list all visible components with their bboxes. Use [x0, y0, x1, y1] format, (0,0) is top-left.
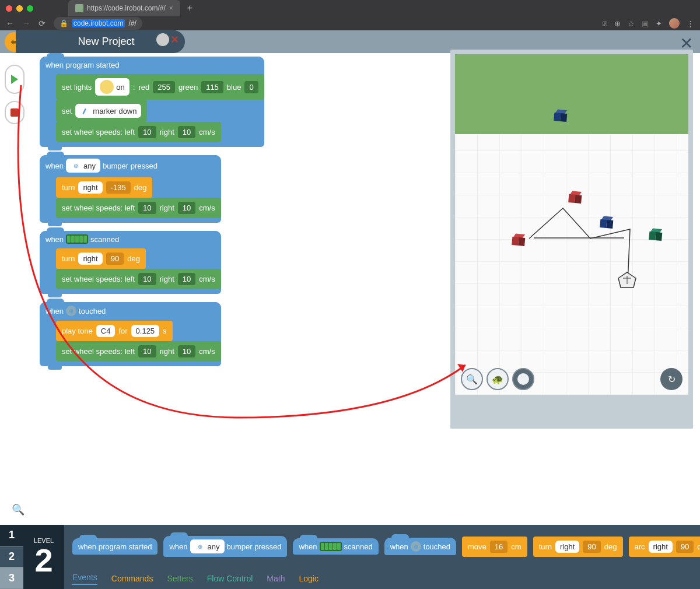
block-set-wheel-speeds[interactable]: set wheel speeds: left 10 right 10 cm/s: [56, 341, 221, 362]
color-sensor-icon[interactable]: [66, 234, 88, 244]
light-state[interactable]: on: [116, 83, 124, 92]
category-math[interactable]: Math: [267, 574, 285, 583]
extensions-icon[interactable]: ✦: [656, 19, 662, 28]
level-tab-3[interactable]: 3: [0, 567, 23, 589]
stop-icon: [10, 108, 19, 117]
palette-block-scanned[interactable]: when scanned: [293, 538, 378, 555]
block-stack-1[interactable]: when program started set lights on : red…: [40, 57, 264, 374]
palette-block-program-started[interactable]: when program started: [72, 538, 158, 555]
tone-duration[interactable]: 0.125: [131, 325, 160, 337]
reload-icon[interactable]: ⟳: [38, 19, 46, 28]
marker-state[interactable]: marker down: [93, 107, 136, 115]
close-window-icon[interactable]: [6, 5, 12, 12]
left-speed-value[interactable]: 10: [138, 126, 156, 138]
hat-post: scanned: [90, 235, 119, 244]
hat-program-started[interactable]: when program started: [40, 57, 264, 73]
palette-blocks-row[interactable]: when program started when ⊕any bumper pr…: [64, 525, 700, 568]
category-setters[interactable]: Setters: [167, 574, 192, 583]
touch-icon: ⊕: [411, 541, 421, 552]
maximize-window-icon[interactable]: [27, 5, 33, 12]
touch-icon[interactable]: ⊕: [66, 306, 76, 316]
stop-button[interactable]: [5, 101, 24, 124]
right-speed-value[interactable]: 10: [178, 345, 195, 357]
hat-bumper-pressed[interactable]: when ⊕any bumper pressed: [40, 155, 221, 176]
unit-label: cm/s: [199, 347, 215, 356]
right-speed-value[interactable]: 10: [178, 126, 195, 138]
simulator-canvas[interactable]: 🔍 🐢 ↻: [455, 54, 688, 395]
circle-icon: [517, 373, 529, 385]
label: arc: [635, 542, 645, 551]
level-number: 2: [34, 544, 52, 577]
left-speed-value[interactable]: 10: [138, 202, 156, 214]
palette-block-move[interactable]: move 16 cm: [462, 537, 527, 557]
sim-speed-button[interactable]: 🐢: [487, 368, 509, 390]
palette-block-arc[interactable]: arc right 90 deg. 12: [629, 537, 700, 557]
profile-avatar[interactable]: [669, 18, 680, 29]
hat-color-scanned[interactable]: when scanned: [40, 231, 221, 247]
right-label: right: [160, 128, 174, 136]
block-turn[interactable]: turn right -135 deg: [56, 177, 152, 198]
tone-note[interactable]: C4: [96, 325, 116, 337]
block-set-lights[interactable]: set lights on : red 255 green 115 blue 0: [56, 74, 264, 100]
green-value[interactable]: 115: [201, 81, 223, 93]
right-speed-value[interactable]: 10: [178, 273, 195, 285]
extension-icon[interactable]: ▣: [642, 19, 649, 28]
palette-block-touched[interactable]: when ⊕ touched: [384, 538, 456, 555]
robot-status[interactable]: ✕: [156, 33, 179, 46]
block-set-wheel-speeds[interactable]: set wheel speeds: left 10 right 10 cm/s: [56, 269, 221, 289]
code-canvas[interactable]: when program started set lights on : red…: [35, 53, 443, 525]
block-set-marker[interactable]: set marker down: [56, 100, 147, 122]
block-set-wheel-speeds[interactable]: set wheel speeds: left 10 right 10 cm/s: [56, 198, 221, 218]
url-input[interactable]: 🔒 code.irobot.com/#/: [54, 17, 142, 30]
minimize-window-icon[interactable]: [16, 5, 23, 12]
palette-categories: Events Commands Setters Flow Control Mat…: [64, 568, 700, 589]
level-tab-1[interactable]: 1: [0, 525, 23, 546]
play-button[interactable]: [5, 65, 24, 94]
category-commands[interactable]: Commands: [111, 574, 153, 583]
turn-degrees[interactable]: 90: [106, 253, 124, 265]
bookmark-icon[interactable]: ☆: [628, 19, 635, 28]
bumper-any[interactable]: any: [83, 162, 96, 170]
palette-block-bumper[interactable]: when ⊕any bumper pressed: [163, 536, 287, 557]
right-label: right: [160, 347, 174, 356]
blue-value[interactable]: 0: [244, 81, 258, 93]
nav-forward-icon[interactable]: →: [22, 19, 30, 28]
hat-pre: when: [46, 307, 64, 315]
window-controls[interactable]: [6, 5, 33, 12]
left-speed-value[interactable]: 10: [138, 273, 156, 285]
nav-back-icon[interactable]: ←: [6, 19, 14, 28]
right-speed-value[interactable]: 10: [178, 202, 195, 214]
blue-label: blue: [227, 83, 242, 92]
project-title[interactable]: New Project: [78, 36, 134, 48]
block-set-wheel-speeds[interactable]: set wheel speeds: left 10 right 10 cm/s: [56, 122, 221, 142]
cast-icon[interactable]: ⎚: [603, 19, 607, 28]
hat-touched[interactable]: when ⊕ touched: [40, 302, 221, 320]
sim-reset-button[interactable]: ↻: [660, 368, 682, 390]
level-tab-2[interactable]: 2: [0, 546, 23, 568]
label: move: [468, 542, 487, 551]
workspace-zoom-icon[interactable]: 🔍: [12, 503, 24, 516]
value: 90: [583, 541, 600, 553]
turn-direction[interactable]: right: [78, 181, 102, 194]
block-play-tone[interactable]: play tone C4 for 0.125 s: [56, 321, 173, 341]
browser-tab[interactable]: https://code.irobot.com/#/ ×: [68, 0, 180, 16]
category-flow-control[interactable]: Flow Control: [207, 574, 253, 583]
install-icon[interactable]: ⊕: [614, 19, 621, 28]
category-events[interactable]: Events: [72, 573, 97, 585]
close-tab-icon[interactable]: ×: [169, 4, 173, 12]
menu-icon[interactable]: ⋮: [687, 19, 694, 28]
block-turn[interactable]: turn right 90 deg: [56, 248, 146, 269]
turn-degrees[interactable]: -135: [106, 181, 131, 194]
new-tab-button[interactable]: +: [187, 3, 192, 13]
palette-block-turn[interactable]: turn right 90 deg: [533, 537, 623, 557]
sim-record-button[interactable]: [512, 368, 534, 390]
left-speed-value[interactable]: 10: [138, 345, 156, 357]
unit-label: deg: [134, 183, 147, 192]
colon: :: [133, 83, 135, 92]
run-controls: [5, 65, 24, 124]
sim-zoom-button[interactable]: 🔍: [461, 368, 483, 390]
turn-direction[interactable]: right: [78, 253, 102, 265]
red-value[interactable]: 255: [153, 81, 175, 93]
green-label: green: [178, 83, 198, 92]
category-logic[interactable]: Logic: [299, 574, 318, 583]
